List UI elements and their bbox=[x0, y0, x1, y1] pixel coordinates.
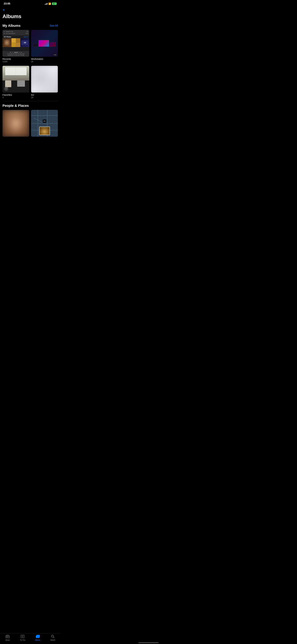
people-places-section: People & Places bbox=[0, 101, 60, 139]
dj-label: DJ 24 bbox=[31, 94, 58, 98]
map-photo-preview bbox=[39, 126, 50, 135]
recents-thumbnail: ⬆Malolos City63 ⬆Liw Liwa Beach126 337 P… bbox=[2, 30, 29, 57]
status-icons: 📶 22 bbox=[45, 2, 57, 5]
people-item-person[interactable] bbox=[2, 110, 29, 137]
status-bar: 23:05 📶 22 bbox=[0, 0, 60, 6]
my-albums-section: My Albums See All ⬆Malolos City63 ⬆Liw L… bbox=[0, 20, 60, 101]
wifi-icon: 📶 bbox=[48, 2, 51, 5]
signal-icon bbox=[45, 3, 47, 5]
favorites-label: Favorites 4 bbox=[2, 94, 29, 98]
dog-photo bbox=[39, 127, 50, 135]
person-thumbnail bbox=[2, 110, 29, 137]
people-places-header: People & Places bbox=[2, 104, 58, 108]
recents-count-header: 337 Photos See All bbox=[2, 36, 29, 38]
albums-row-1: ⬆Malolos City63 ⬆Liw Liwa Beach126 337 P… bbox=[2, 30, 58, 63]
map-road-h1 bbox=[31, 115, 58, 116]
places-thumbnail: 150 bbox=[31, 110, 58, 137]
workstation-label: Workstation 16 bbox=[31, 58, 58, 63]
recents-photo-1 bbox=[2, 38, 11, 47]
favorites-name: Favorites bbox=[2, 94, 29, 96]
workstation-name: Workstation bbox=[31, 58, 58, 60]
dj-count: 24 bbox=[31, 96, 58, 98]
bottom-padding bbox=[0, 139, 60, 154]
dj-name: DJ bbox=[31, 94, 58, 96]
recents-photo-3: ⌨ bbox=[20, 38, 29, 47]
recents-label: Recents 3,680 bbox=[2, 58, 29, 63]
dj-thumbnail bbox=[31, 66, 58, 92]
recents-photo-grid: ⌨ bbox=[2, 38, 29, 51]
see-all-link[interactable]: See All bbox=[50, 24, 58, 27]
album-recents[interactable]: ⬆Malolos City63 ⬆Liw Liwa Beach126 337 P… bbox=[2, 30, 29, 63]
albums-row-2: ♡ Favorites 4 DJ 24 bbox=[2, 66, 58, 98]
battery-indicator: 22 bbox=[52, 2, 57, 5]
video-duration-badge: 0:16 bbox=[53, 54, 57, 56]
my-albums-title: My Albums bbox=[2, 24, 20, 28]
recents-keyboard: bnga magandaang ⊞ 1234567890 qwertyuiop bbox=[2, 51, 29, 57]
map-pin: 150 bbox=[43, 119, 46, 123]
heart-icon: ♡ bbox=[4, 87, 8, 91]
add-button[interactable]: + bbox=[2, 8, 58, 12]
people-places-row: 150 bbox=[2, 110, 58, 137]
map-view: 150 bbox=[31, 110, 58, 137]
map-road-v1 bbox=[38, 110, 38, 137]
workstation-monitors bbox=[33, 40, 56, 47]
workstation-count: 16 bbox=[31, 60, 58, 63]
favorites-count: 4 bbox=[2, 96, 29, 98]
album-favorites[interactable]: ♡ Favorites 4 bbox=[2, 66, 29, 98]
album-dj[interactable]: DJ 24 bbox=[31, 66, 58, 98]
person-face-inner bbox=[8, 114, 24, 133]
status-time: 23:05 bbox=[4, 2, 10, 5]
header: + Albums bbox=[0, 6, 60, 20]
person-face bbox=[2, 110, 29, 137]
my-albums-header: My Albums See All bbox=[2, 24, 58, 28]
workstation-thumbnail: 0:16 bbox=[31, 30, 58, 57]
recents-photo-2 bbox=[11, 38, 20, 47]
recents-name: Recents bbox=[2, 58, 29, 60]
recents-locations: ⬆Malolos City63 ⬆Liw Liwa Beach126 bbox=[2, 30, 29, 36]
favorites-thumbnail: ♡ bbox=[2, 66, 29, 92]
recents-count: 3,680 bbox=[2, 60, 29, 63]
people-item-places[interactable]: 150 bbox=[31, 110, 58, 137]
people-places-title: People & Places bbox=[2, 104, 29, 108]
page-title: Albums bbox=[2, 13, 58, 19]
album-workstation[interactable]: 0:16 Workstation 16 bbox=[31, 30, 58, 63]
albums-grid: ⬆Malolos City63 ⬆Liw Liwa Beach126 337 P… bbox=[2, 30, 58, 98]
